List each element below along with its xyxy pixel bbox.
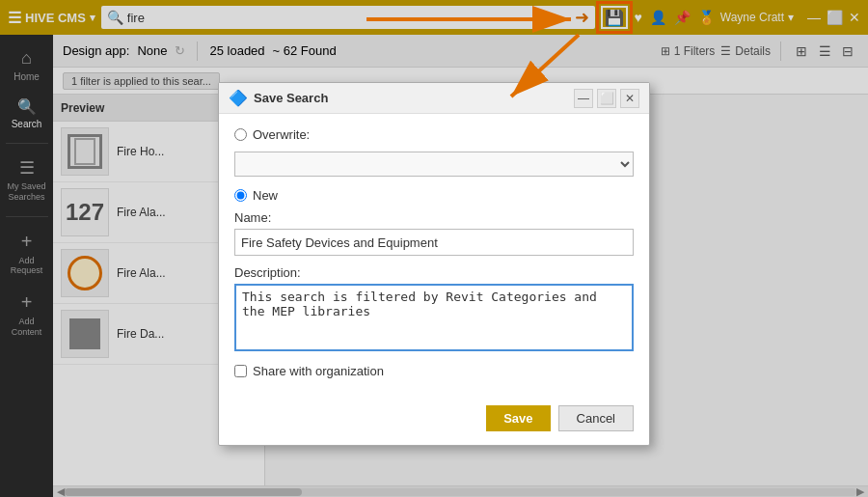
dialog-close-button[interactable]: ✕ <box>620 89 639 108</box>
share-checkbox-row: Share with organization <box>234 364 634 378</box>
cancel-button[interactable]: Cancel <box>558 405 634 431</box>
dialog-title: Save Search <box>254 91 574 105</box>
dialog-titlebar: 🔷 Save Search — ⬜ ✕ <box>219 83 649 114</box>
name-input[interactable] <box>234 229 634 256</box>
dialog-overlay: 🔷 Save Search — ⬜ ✕ Overwrite: New <box>0 0 868 497</box>
new-radio-row: New <box>234 188 634 203</box>
overwrite-label: Overwrite: <box>253 127 310 142</box>
save-button[interactable]: Save <box>486 405 550 431</box>
description-field-label: Description: <box>234 265 634 280</box>
save-search-dialog: 🔷 Save Search — ⬜ ✕ Overwrite: New <box>218 82 650 446</box>
dialog-window-buttons: — ⬜ ✕ <box>574 89 639 108</box>
new-radio[interactable] <box>234 189 247 202</box>
dialog-icon: 🔷 <box>229 89 248 107</box>
overwrite-dropdown[interactable] <box>234 152 634 177</box>
share-checkbox[interactable] <box>234 365 247 377</box>
dialog-maximize-button[interactable]: ⬜ <box>597 89 616 108</box>
description-textarea[interactable]: This search is filtered by Revit Categor… <box>234 284 634 351</box>
dialog-minimize-button[interactable]: — <box>574 89 593 108</box>
dialog-footer: Save Cancel <box>219 405 649 445</box>
name-field-label: Name: <box>234 210 634 225</box>
new-label: New <box>253 188 278 203</box>
share-label: Share with organization <box>253 364 384 378</box>
overwrite-radio-row: Overwrite: <box>234 127 634 142</box>
overwrite-radio[interactable] <box>234 128 247 141</box>
dialog-body: Overwrite: New Name: Description: This s… <box>219 114 649 405</box>
